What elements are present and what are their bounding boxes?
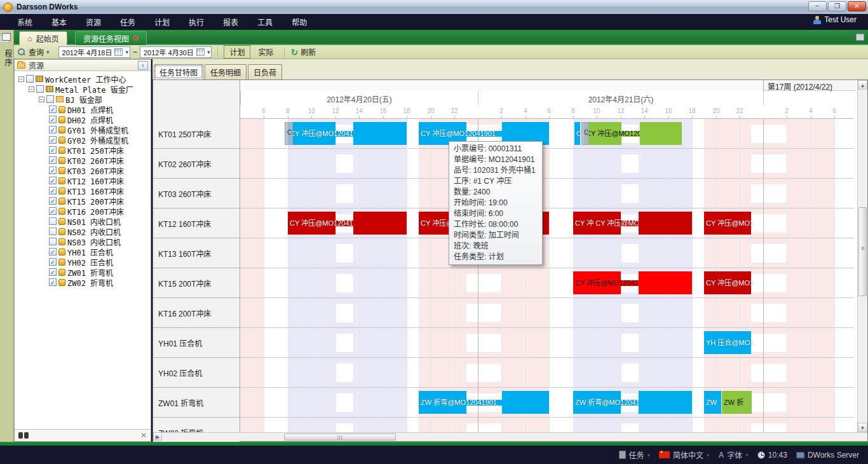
restore-button[interactable]: ❐ bbox=[828, 1, 846, 11]
task-bar[interactable]: CY 冲压@MO12041904 bbox=[288, 212, 336, 235]
refresh-button[interactable]: 刷新 bbox=[301, 46, 316, 57]
tree-checkbox[interactable]: ✓ bbox=[49, 156, 57, 164]
tab-home-page[interactable]: ⌂ 起始页 bbox=[19, 31, 67, 45]
tree-checkbox[interactable]: ✓ bbox=[49, 248, 57, 256]
menu-item-系统[interactable]: 系统 bbox=[8, 15, 42, 29]
task-bar[interactable] bbox=[639, 212, 692, 235]
status-font-menu[interactable]: A 字体▾ bbox=[719, 449, 749, 460]
task-bar[interactable]: ZW 折弯@MO12041901 bbox=[573, 391, 621, 414]
calendar-icon[interactable] bbox=[114, 48, 123, 56]
user-box[interactable]: Test User bbox=[813, 15, 857, 24]
task-bar[interactable]: YH 压合@MO1 bbox=[704, 331, 751, 354]
tree-node[interactable]: NS03 内收口机 bbox=[15, 236, 151, 247]
tree-node[interactable]: ✓DH02 点焊机 bbox=[15, 114, 151, 125]
tree-expander-icon[interactable]: − bbox=[39, 97, 44, 102]
tree-node[interactable]: ✓KT15 200T冲床 bbox=[15, 196, 151, 206]
status-task-menu[interactable]: 任务▾ bbox=[619, 449, 651, 460]
tree-checkbox[interactable]: ✓ bbox=[49, 167, 57, 174]
tree-node[interactable]: ✓YH02 压合机 bbox=[15, 257, 151, 267]
tree-node[interactable]: ✓KT16 200T冲床 bbox=[15, 206, 151, 216]
menu-item-计划[interactable]: 计划 bbox=[145, 15, 179, 29]
task-bar[interactable]: CY 冲压@MO1 bbox=[704, 271, 751, 294]
tree-node[interactable]: −Metal Plate 钣金厂 bbox=[15, 84, 151, 94]
tree-node[interactable]: ✓KT01 250T冲床 bbox=[15, 145, 151, 155]
status-language-menu[interactable]: 简体中文▾ bbox=[659, 449, 710, 460]
task-bar[interactable]: CY 冲 CY 冲压@MO12041904 bbox=[573, 212, 621, 235]
menu-item-任务[interactable]: 任务 bbox=[111, 15, 145, 29]
task-bar[interactable] bbox=[353, 212, 407, 235]
tab-close-icon[interactable]: ✖ bbox=[133, 34, 139, 43]
tree-checkbox[interactable]: ✓ bbox=[49, 187, 57, 194]
task-bar[interactable]: CY 冲压@MO12041901 bbox=[288, 122, 336, 145]
task-bar[interactable]: C bbox=[574, 122, 580, 145]
tree-node[interactable]: ✓KT03 260T冲床 bbox=[15, 165, 151, 175]
task-bar[interactable] bbox=[353, 122, 407, 145]
tree-expander-icon[interactable]: − bbox=[18, 76, 24, 82]
tree-expander-icon[interactable]: − bbox=[29, 86, 34, 92]
actual-toggle-button[interactable]: 实际 bbox=[253, 46, 278, 58]
tree-node[interactable]: ✓KT13 160T冲床 bbox=[15, 186, 151, 196]
tree-node[interactable]: ✓GY02 外桶成型机 bbox=[15, 135, 151, 145]
date-from-field[interactable]: 2012年 4月18日 ▾ bbox=[58, 46, 130, 58]
menu-item-执行[interactable]: 执行 bbox=[179, 15, 214, 29]
tree-checkbox[interactable] bbox=[49, 238, 57, 245]
selection-ghost-chip[interactable]: C bbox=[581, 122, 589, 145]
view-tab-任务甘特图[interactable]: 任务甘特图 bbox=[154, 64, 203, 79]
task-bar[interactable] bbox=[639, 391, 692, 414]
scroll-down-arrow[interactable]: ▼ bbox=[858, 423, 867, 432]
tree-checkbox[interactable]: ✓ bbox=[49, 106, 57, 113]
menu-item-基本[interactable]: 基本 bbox=[42, 15, 76, 29]
tree-node[interactable]: ✓YH01 压合机 bbox=[15, 247, 151, 257]
task-bar[interactable] bbox=[639, 271, 692, 294]
tree-node[interactable]: ✓GY01 外桶成型机 bbox=[15, 125, 151, 135]
tree-node[interactable]: NS02 内收口机 bbox=[15, 226, 151, 236]
minimize-button[interactable]: − bbox=[808, 1, 827, 11]
tree-node[interactable]: ✓KT02 260T冲床 bbox=[15, 155, 151, 165]
calendar-icon[interactable] bbox=[196, 48, 205, 56]
tree-node[interactable]: NS01 内收口机 bbox=[15, 216, 151, 226]
selection-ghost-chip[interactable]: C bbox=[285, 122, 293, 145]
task-bar[interactable] bbox=[640, 122, 682, 145]
tree-node[interactable]: ✓ZW01 折弯机 bbox=[15, 267, 151, 277]
tab-resource-task-view[interactable]: 资源任务视图 ✖ bbox=[75, 31, 147, 45]
search-dropdown-arrow[interactable]: ▾ bbox=[46, 49, 50, 55]
task-bar[interactable]: ZW 折弯@MO12041901 bbox=[419, 391, 466, 414]
tree-checkbox[interactable]: ✓ bbox=[49, 136, 57, 144]
tree-checkbox[interactable]: ✓ bbox=[49, 177, 57, 184]
vertical-scrollbar-thumb[interactable] bbox=[858, 207, 867, 296]
collapse-panel-button[interactable]: ‹ bbox=[138, 61, 148, 70]
tree-node[interactable]: ✓DH01 点焊机 bbox=[15, 104, 151, 114]
task-bar[interactable]: ZW bbox=[704, 391, 721, 414]
plan-toggle-button[interactable]: 计划 bbox=[224, 45, 250, 58]
tree-checkbox[interactable] bbox=[49, 228, 57, 235]
menu-item-帮助[interactable]: 帮助 bbox=[282, 15, 316, 29]
tree-checkbox[interactable]: ✓ bbox=[49, 146, 57, 154]
date-to-field[interactable]: 2012年 4月30日 ▾ bbox=[140, 46, 212, 58]
scroll-right-arrow[interactable]: ▶ bbox=[153, 432, 162, 440]
find-close-icon[interactable]: ✕ bbox=[140, 431, 147, 440]
horizontal-scrollbar[interactable]: ◀ ||| ▶ bbox=[153, 432, 867, 441]
tree-checkbox[interactable]: ✓ bbox=[49, 207, 57, 215]
menu-item-资源[interactable]: 资源 bbox=[76, 15, 111, 29]
view-tab-任务明细[interactable]: 任务明细 bbox=[205, 64, 247, 79]
window-list-icon[interactable] bbox=[856, 34, 864, 41]
menu-item-工具[interactable]: 工具 bbox=[248, 15, 282, 29]
tree-checkbox[interactable]: ✓ bbox=[49, 116, 57, 123]
search-button[interactable]: 查询 bbox=[29, 46, 44, 57]
tree-checkbox[interactable]: ✓ bbox=[49, 268, 57, 276]
tree-checkbox[interactable]: ✓ bbox=[49, 278, 57, 286]
tree-checkbox[interactable]: ✓ bbox=[49, 197, 57, 205]
collapsed-panel-rail[interactable]: 程序 bbox=[0, 30, 14, 442]
tree-node[interactable]: −WorkCenter 工作中心 bbox=[15, 74, 151, 84]
tree-node[interactable]: ✓ZW02 折弯机 bbox=[15, 277, 151, 287]
tree-checkbox[interactable] bbox=[46, 95, 54, 103]
close-button[interactable]: ✕ bbox=[848, 1, 866, 11]
task-bar[interactable]: CY 冲压@MO12041902 bbox=[584, 122, 621, 145]
view-tab-日负荷[interactable]: 日负荷 bbox=[248, 64, 282, 79]
task-bar[interactable]: CY 冲压@MO1 bbox=[704, 212, 751, 235]
tree-checkbox[interactable] bbox=[49, 217, 57, 225]
task-bar[interactable]: ZW 折 bbox=[722, 391, 752, 414]
tree-checkbox[interactable] bbox=[36, 85, 44, 93]
vertical-scrollbar[interactable]: ▲ ▼ bbox=[857, 80, 867, 432]
tree-node[interactable]: −BJ 钣金部 bbox=[15, 94, 151, 104]
